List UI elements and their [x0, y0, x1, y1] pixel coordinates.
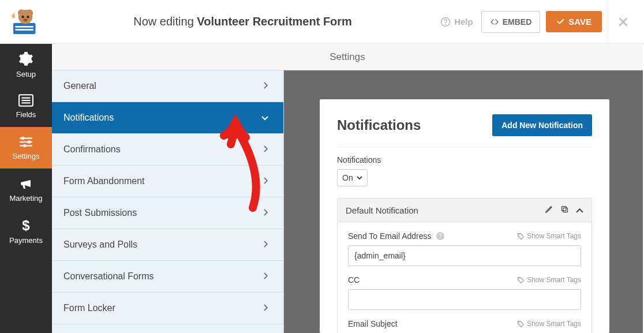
svg-point-24	[519, 234, 520, 235]
nav-label: Setup	[16, 70, 36, 78]
logo	[6, 5, 45, 39]
embed-button[interactable]: EMBED	[481, 11, 541, 33]
settings-sidebar: General Notifications Confirmations Form…	[52, 70, 284, 333]
list-icon	[18, 94, 33, 107]
card-header: Default Notification	[338, 199, 591, 222]
svg-rect-23	[562, 207, 567, 211]
help-icon[interactable]: ?	[436, 232, 444, 240]
dollar-icon: $	[20, 218, 32, 233]
nav-item-settings[interactable]: Settings	[0, 127, 52, 169]
tag-icon	[517, 233, 525, 240]
sidebar-label: Conversational Forms	[63, 271, 154, 282]
chevron-right-icon	[264, 208, 268, 218]
chevron-down-icon	[357, 176, 362, 180]
sidebar-item-form-abandonment[interactable]: Form Abandonment	[52, 166, 283, 197]
show-smart-tags-send-to[interactable]: Show Smart Tags	[517, 232, 581, 240]
svg-text:$: $	[22, 218, 29, 233]
nav-item-payments[interactable]: $ Payments	[0, 210, 52, 252]
form-name: Volunteer Recruitment Form	[197, 15, 352, 28]
chevron-right-icon	[264, 81, 268, 91]
nav-label: Fields	[16, 110, 36, 119]
field-email-subject: Email Subject Show Smart Tags	[348, 319, 581, 328]
label-text: CC	[348, 275, 360, 285]
svg-point-10	[445, 24, 446, 25]
sidebar-label: General	[63, 81, 96, 91]
chevron-up-icon	[576, 208, 583, 213]
svg-rect-1	[16, 26, 34, 28]
close-button[interactable]	[608, 0, 638, 44]
code-icon	[490, 17, 499, 27]
svg-point-16	[21, 136, 24, 139]
field-label-cc: CC	[348, 275, 360, 285]
nav-item-marketing[interactable]: Marketing	[0, 169, 52, 210]
duplicate-button[interactable]	[560, 205, 569, 215]
editing-title: Now editing Volunteer Recruitment Form	[45, 15, 440, 28]
left-nav: Setup Fields Settings Marketing $ Paymen…	[0, 44, 52, 333]
cc-input[interactable]	[348, 289, 581, 310]
sidebar-label: Confirmations	[63, 144, 121, 155]
sidebar-item-surveys-polls[interactable]: Surveys and Polls	[52, 229, 283, 261]
send-to-input[interactable]	[348, 245, 581, 266]
help-link[interactable]: Help	[440, 17, 473, 27]
main-content: Notifications Add New Notification Notif…	[284, 70, 643, 333]
sidebar-item-form-locker[interactable]: Form Locker	[52, 293, 283, 324]
sidebar-label: Form Locker	[63, 303, 115, 313]
nav-label: Settings	[13, 152, 40, 160]
chevron-right-icon	[264, 303, 268, 313]
sidebar-item-general[interactable]: General	[52, 70, 283, 102]
help-label: Help	[454, 17, 473, 27]
nav-label: Marketing	[9, 194, 42, 203]
card-title: Default Notification	[346, 205, 418, 215]
help-icon	[440, 17, 451, 27]
select-value: On	[342, 173, 353, 182]
chevron-right-icon	[264, 271, 268, 282]
svg-rect-0	[13, 23, 36, 33]
svg-point-4	[18, 9, 25, 16]
nav-label: Payments	[9, 236, 43, 245]
pencil-icon	[545, 205, 553, 214]
nav-item-fields[interactable]: Fields	[0, 85, 52, 127]
svg-point-20	[23, 144, 26, 147]
sliders-icon	[18, 136, 33, 148]
smart-tags-label: Show Smart Tags	[527, 232, 581, 240]
panel-title: Notifications	[337, 117, 421, 133]
collapse-button[interactable]	[576, 205, 583, 215]
check-icon	[556, 17, 565, 26]
tag-icon	[517, 276, 525, 284]
top-bar: Now editing Volunteer Recruitment Form H…	[0, 0, 644, 44]
add-notification-button[interactable]: Add New Notification	[492, 114, 592, 136]
card-body: Send To Email Address ? Show Smart Tags	[338, 222, 591, 333]
sidebar-label: Surveys and Polls	[63, 240, 137, 250]
smart-tags-label: Show Smart Tags	[527, 320, 581, 328]
sidebar-item-conversational-forms[interactable]: Conversational Forms	[52, 261, 283, 293]
card-tools	[545, 205, 583, 215]
svg-point-26	[519, 321, 520, 323]
field-label-email-subject: Email Subject	[348, 319, 398, 328]
svg-point-8	[24, 18, 28, 21]
notifications-select[interactable]: On	[337, 169, 368, 186]
field-cc: CC Show Smart Tags	[348, 275, 581, 310]
edit-button[interactable]	[545, 205, 553, 215]
svg-point-7	[27, 16, 29, 18]
sidebar-label: Notifications	[63, 113, 114, 123]
close-icon	[617, 16, 629, 28]
svg-rect-2	[16, 29, 34, 31]
chevron-down-icon	[261, 113, 268, 123]
field-send-to: Send To Email Address ? Show Smart Tags	[348, 231, 581, 266]
chevron-right-icon	[264, 240, 268, 250]
save-button[interactable]: SAVE	[546, 11, 602, 32]
svg-point-18	[28, 140, 31, 143]
sidebar-item-notifications[interactable]: Notifications	[52, 102, 283, 134]
label-text: Email Subject	[348, 319, 398, 328]
show-smart-tags-cc[interactable]: Show Smart Tags	[517, 276, 581, 284]
gear-icon	[18, 51, 33, 66]
chevron-right-icon	[264, 176, 268, 186]
show-smart-tags-subject[interactable]: Show Smart Tags	[517, 320, 581, 328]
nav-item-setup[interactable]: Setup	[0, 44, 52, 85]
embed-label: EMBED	[503, 17, 532, 27]
label-text: Send To Email Address	[348, 231, 432, 241]
sidebar-item-post-submissions[interactable]: Post Submissions	[52, 197, 283, 229]
svg-rect-22	[563, 208, 568, 212]
tag-icon	[517, 320, 525, 328]
sidebar-item-confirmations[interactable]: Confirmations	[52, 134, 283, 166]
